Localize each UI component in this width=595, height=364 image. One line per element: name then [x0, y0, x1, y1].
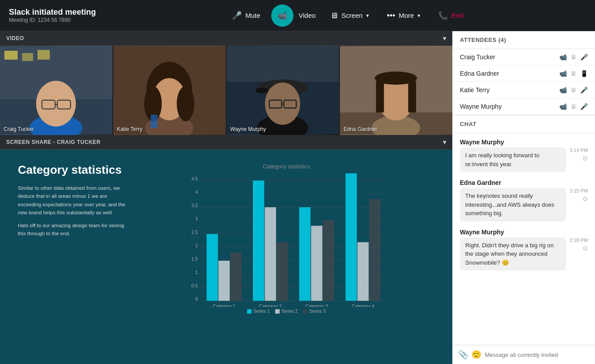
topbar: Slack initiated meeting Meeting ID: 1234… — [0, 0, 595, 31]
chat-input[interactable] — [485, 352, 590, 358]
svg-rect-67 — [357, 242, 368, 301]
svg-rect-19 — [227, 46, 339, 82]
chart-title: Category statistics — [263, 163, 310, 170]
topbar-controls: 🎤 Mute 📹 Video 🖥 Screen ▾ ••• More ▾ 📞 E… — [109, 4, 586, 27]
svg-text:Category 3: Category 3 — [306, 304, 328, 307]
more-button[interactable]: ••• More ▾ — [380, 8, 427, 23]
svg-text:1.5: 1.5 — [191, 257, 198, 262]
legend-series3: Series 3 — [303, 309, 326, 314]
chat-bubble-1: I am really looking forward to re:Invent… — [460, 147, 566, 172]
chat-message-1: Wayne Murphy I am really looking forward… — [460, 139, 588, 172]
svg-point-35 — [375, 72, 417, 85]
slide-para-2: Hats off to our amazing design team for … — [18, 221, 129, 238]
svg-point-23 — [255, 88, 269, 93]
chat-meta-1: 3:14 PM ⊙ — [570, 147, 588, 162]
svg-rect-64 — [311, 226, 322, 301]
main-layout: VIDEO ▾ — [0, 31, 595, 364]
svg-rect-68 — [369, 199, 380, 301]
chat-meta-3: 3:18 PM ⊙ — [570, 237, 588, 252]
monitor-icon-craig: 🖥 — [570, 53, 577, 61]
chat-time-3: 3:18 PM — [570, 237, 588, 243]
chat-messages: Wayne Murphy I am really looking forward… — [453, 133, 595, 345]
screen-chevron-icon: ▾ — [366, 12, 369, 19]
video-icon-wayne: 📹 — [559, 103, 567, 110]
chat-sender-3: Wayne Murphy — [460, 229, 588, 236]
svg-text:Category 1: Category 1 — [213, 304, 236, 307]
svg-text:0: 0 — [195, 297, 198, 302]
attendee-icons-craig: 📹 🖥 🎤 — [559, 53, 588, 61]
svg-text:Category 2: Category 2 — [259, 304, 282, 307]
attendee-icons-edna: 📹 🖥 📱 — [559, 70, 588, 77]
attendee-row-craig: Craig Tucker 📹 🖥 🎤 — [453, 49, 595, 65]
mic-icon-katie: 🎤 — [580, 86, 588, 94]
video-tile-edna: Edna Gardner — [340, 46, 452, 135]
svg-rect-33 — [376, 82, 384, 112]
slide-title: Category statistics — [18, 163, 129, 177]
svg-rect-58 — [219, 261, 230, 301]
katie-name-label: Katie Terry — [117, 126, 142, 132]
chart-svg: 0 0.5 1 1.5 2 2.5 3 3.5 4 4.5 5 — [138, 173, 434, 307]
chat-bubble-row-1: I am really looking forward to re:Invent… — [460, 147, 588, 172]
svg-text:4: 4 — [195, 190, 198, 195]
svg-rect-17 — [151, 115, 157, 128]
mic-icon-craig: 🎤 — [580, 53, 588, 61]
attendee-row-edna: Edna Gardner 📹 🖥 📱 — [453, 65, 595, 82]
svg-rect-34 — [408, 82, 416, 112]
wayne-video-placeholder — [227, 46, 339, 135]
svg-rect-62 — [277, 242, 288, 301]
video-label: Video — [299, 12, 316, 19]
left-panel: VIDEO ▾ — [0, 31, 452, 364]
video-button[interactable]: 📹 — [271, 4, 293, 27]
screen-share-collapse-icon[interactable]: ▾ — [443, 139, 446, 146]
svg-text:3: 3 — [195, 217, 198, 221]
chat-react-3[interactable]: ⊙ — [583, 245, 588, 252]
svg-rect-59 — [230, 253, 241, 301]
svg-text:2: 2 — [195, 243, 198, 248]
svg-text:2.5: 2.5 — [191, 230, 198, 235]
chat-react-1[interactable]: ⊙ — [583, 155, 588, 162]
attachment-icon[interactable]: 📎 — [458, 350, 468, 360]
legend-series1: Series 1 — [247, 309, 270, 314]
end-button[interactable]: 📞 End — [431, 8, 471, 23]
svg-text:3.5: 3.5 — [191, 203, 198, 208]
chat-bubble-2: The keynotes sound really interesting...… — [460, 188, 566, 221]
attendee-name-craig: Craig Tucker — [460, 53, 559, 61]
katie-video-placeholder — [113, 46, 226, 135]
attendees-section: ATTENDEES (4) Craig Tucker 📹 🖥 🎤 Edna Ga… — [453, 31, 595, 115]
svg-rect-61 — [265, 207, 276, 301]
chat-sender-1: Wayne Murphy — [460, 139, 588, 146]
series1-label: Series 1 — [253, 309, 270, 314]
attendee-icons-wayne: 📹 🖥 🎤 — [559, 103, 588, 110]
video-grid: Craig Tucker Kati — [0, 46, 452, 135]
video-icon: 📹 — [277, 12, 287, 20]
attendee-name-katie: Katie Terry — [460, 86, 559, 94]
chat-bubble-3: Right. Didn't they drive a big rig on th… — [460, 237, 566, 271]
svg-rect-2 — [4, 51, 18, 60]
chat-message-2: Edna Gardner The keynotes sound really i… — [460, 179, 588, 221]
screen-button[interactable]: 🖥 Screen ▾ — [323, 8, 376, 23]
svg-point-16 — [177, 86, 194, 121]
mic-icon: 🎤 — [232, 12, 242, 20]
screen-label: Screen — [342, 12, 363, 19]
wayne-name-label: Wayne Murphy — [230, 126, 266, 132]
svg-rect-63 — [299, 207, 310, 301]
slide-body: Similar to other data obtained from user… — [18, 184, 129, 237]
phone-icon-edna: 📱 — [580, 70, 588, 77]
screen-share-section: SCREEN SHARE - CRAIG TUCKER ▾ Category s… — [0, 135, 452, 364]
svg-rect-66 — [346, 173, 357, 301]
monitor-icon-katie: 🖥 — [570, 86, 577, 94]
end-call-icon: 📞 — [438, 12, 448, 20]
slide-text: Category statistics Similar to other dat… — [18, 163, 129, 351]
svg-text:4.5: 4.5 — [191, 176, 198, 181]
video-icon-katie: 📹 — [559, 86, 567, 94]
monitor-icon-edna: 🖥 — [570, 70, 577, 77]
right-panel: ATTENDEES (4) Craig Tucker 📹 🖥 🎤 Edna Ga… — [452, 31, 595, 364]
chat-react-2[interactable]: ⊙ — [583, 195, 588, 202]
end-label: End — [451, 12, 463, 19]
video-collapse-icon[interactable]: ▾ — [443, 35, 446, 42]
mute-button[interactable]: 🎤 Mute — [225, 8, 267, 23]
chat-meta-2: 3:15 PM ⊙ — [570, 188, 588, 202]
meeting-info: Slack initiated meeting Meeting ID: 1234… — [9, 8, 96, 23]
emoji-icon[interactable]: 🙂 — [471, 350, 481, 360]
svg-rect-3 — [22, 53, 33, 61]
